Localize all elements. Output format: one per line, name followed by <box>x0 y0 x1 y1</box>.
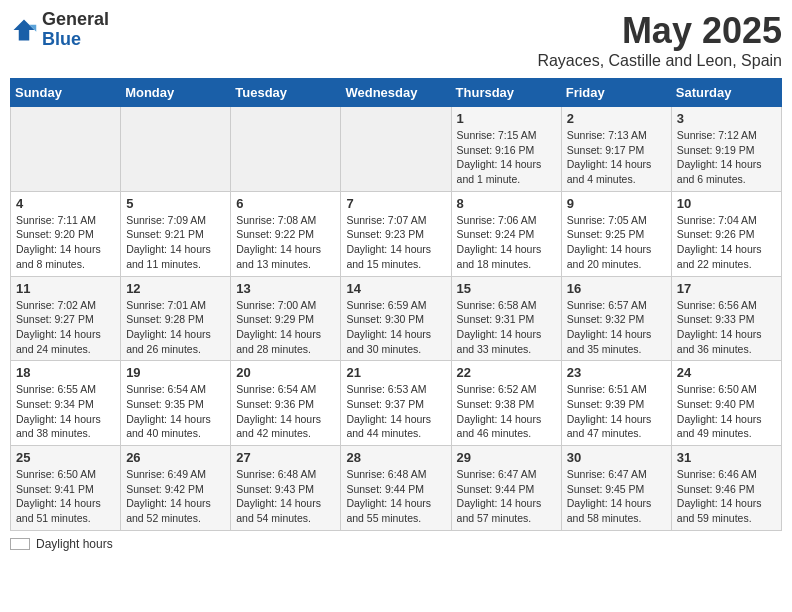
day-number: 26 <box>126 450 225 465</box>
calendar-day-header: Tuesday <box>231 79 341 107</box>
day-info: Sunrise: 7:13 AM Sunset: 9:17 PM Dayligh… <box>567 128 666 187</box>
legend-label: Daylight hours <box>36 537 113 551</box>
calendar-cell: 4Sunrise: 7:11 AM Sunset: 9:20 PM Daylig… <box>11 191 121 276</box>
calendar-week-row: 4Sunrise: 7:11 AM Sunset: 9:20 PM Daylig… <box>11 191 782 276</box>
day-number: 28 <box>346 450 445 465</box>
day-number: 7 <box>346 196 445 211</box>
day-info: Sunrise: 7:11 AM Sunset: 9:20 PM Dayligh… <box>16 213 115 272</box>
calendar-cell: 8Sunrise: 7:06 AM Sunset: 9:24 PM Daylig… <box>451 191 561 276</box>
calendar-week-row: 1Sunrise: 7:15 AM Sunset: 9:16 PM Daylig… <box>11 107 782 192</box>
calendar-cell: 31Sunrise: 6:46 AM Sunset: 9:46 PM Dayli… <box>671 446 781 531</box>
calendar-cell: 30Sunrise: 6:47 AM Sunset: 9:45 PM Dayli… <box>561 446 671 531</box>
day-info: Sunrise: 6:56 AM Sunset: 9:33 PM Dayligh… <box>677 298 776 357</box>
day-number: 31 <box>677 450 776 465</box>
day-number: 5 <box>126 196 225 211</box>
logo: General Blue <box>10 10 109 50</box>
calendar-day-header: Monday <box>121 79 231 107</box>
day-info: Sunrise: 6:51 AM Sunset: 9:39 PM Dayligh… <box>567 382 666 441</box>
calendar-cell: 26Sunrise: 6:49 AM Sunset: 9:42 PM Dayli… <box>121 446 231 531</box>
day-number: 16 <box>567 281 666 296</box>
calendar-day-header: Wednesday <box>341 79 451 107</box>
day-number: 9 <box>567 196 666 211</box>
day-info: Sunrise: 6:55 AM Sunset: 9:34 PM Dayligh… <box>16 382 115 441</box>
calendar-cell <box>231 107 341 192</box>
day-number: 18 <box>16 365 115 380</box>
day-info: Sunrise: 6:49 AM Sunset: 9:42 PM Dayligh… <box>126 467 225 526</box>
day-number: 29 <box>457 450 556 465</box>
day-number: 23 <box>567 365 666 380</box>
calendar-cell: 14Sunrise: 6:59 AM Sunset: 9:30 PM Dayli… <box>341 276 451 361</box>
calendar-cell: 7Sunrise: 7:07 AM Sunset: 9:23 PM Daylig… <box>341 191 451 276</box>
day-info: Sunrise: 7:01 AM Sunset: 9:28 PM Dayligh… <box>126 298 225 357</box>
day-number: 14 <box>346 281 445 296</box>
day-info: Sunrise: 7:15 AM Sunset: 9:16 PM Dayligh… <box>457 128 556 187</box>
day-info: Sunrise: 6:57 AM Sunset: 9:32 PM Dayligh… <box>567 298 666 357</box>
calendar-cell: 16Sunrise: 6:57 AM Sunset: 9:32 PM Dayli… <box>561 276 671 361</box>
day-info: Sunrise: 7:07 AM Sunset: 9:23 PM Dayligh… <box>346 213 445 272</box>
calendar-day-header: Saturday <box>671 79 781 107</box>
day-number: 11 <box>16 281 115 296</box>
legend-box <box>10 538 30 550</box>
day-number: 15 <box>457 281 556 296</box>
logo-icon <box>10 16 38 44</box>
day-info: Sunrise: 6:52 AM Sunset: 9:38 PM Dayligh… <box>457 382 556 441</box>
day-info: Sunrise: 7:05 AM Sunset: 9:25 PM Dayligh… <box>567 213 666 272</box>
calendar-cell: 15Sunrise: 6:58 AM Sunset: 9:31 PM Dayli… <box>451 276 561 361</box>
calendar-cell <box>121 107 231 192</box>
calendar-cell: 24Sunrise: 6:50 AM Sunset: 9:40 PM Dayli… <box>671 361 781 446</box>
day-number: 17 <box>677 281 776 296</box>
calendar-cell: 11Sunrise: 7:02 AM Sunset: 9:27 PM Dayli… <box>11 276 121 361</box>
day-number: 12 <box>126 281 225 296</box>
day-info: Sunrise: 6:48 AM Sunset: 9:43 PM Dayligh… <box>236 467 335 526</box>
calendar-cell: 19Sunrise: 6:54 AM Sunset: 9:35 PM Dayli… <box>121 361 231 446</box>
day-number: 6 <box>236 196 335 211</box>
day-info: Sunrise: 6:54 AM Sunset: 9:35 PM Dayligh… <box>126 382 225 441</box>
calendar-cell <box>11 107 121 192</box>
day-info: Sunrise: 6:59 AM Sunset: 9:30 PM Dayligh… <box>346 298 445 357</box>
day-info: Sunrise: 7:00 AM Sunset: 9:29 PM Dayligh… <box>236 298 335 357</box>
logo-text: General Blue <box>42 10 109 50</box>
calendar-day-header: Friday <box>561 79 671 107</box>
calendar-cell: 12Sunrise: 7:01 AM Sunset: 9:28 PM Dayli… <box>121 276 231 361</box>
page-header: General Blue May 2025 Rayaces, Castille … <box>10 10 782 70</box>
calendar-cell: 6Sunrise: 7:08 AM Sunset: 9:22 PM Daylig… <box>231 191 341 276</box>
day-info: Sunrise: 6:58 AM Sunset: 9:31 PM Dayligh… <box>457 298 556 357</box>
day-number: 4 <box>16 196 115 211</box>
day-number: 19 <box>126 365 225 380</box>
calendar-table: SundayMondayTuesdayWednesdayThursdayFrid… <box>10 78 782 531</box>
calendar-cell: 21Sunrise: 6:53 AM Sunset: 9:37 PM Dayli… <box>341 361 451 446</box>
day-info: Sunrise: 7:02 AM Sunset: 9:27 PM Dayligh… <box>16 298 115 357</box>
calendar-cell: 3Sunrise: 7:12 AM Sunset: 9:19 PM Daylig… <box>671 107 781 192</box>
day-info: Sunrise: 6:46 AM Sunset: 9:46 PM Dayligh… <box>677 467 776 526</box>
calendar-cell: 5Sunrise: 7:09 AM Sunset: 9:21 PM Daylig… <box>121 191 231 276</box>
calendar-cell: 27Sunrise: 6:48 AM Sunset: 9:43 PM Dayli… <box>231 446 341 531</box>
calendar-cell: 9Sunrise: 7:05 AM Sunset: 9:25 PM Daylig… <box>561 191 671 276</box>
month-title: May 2025 <box>537 10 782 52</box>
calendar-header-row: SundayMondayTuesdayWednesdayThursdayFrid… <box>11 79 782 107</box>
calendar-cell: 18Sunrise: 6:55 AM Sunset: 9:34 PM Dayli… <box>11 361 121 446</box>
calendar-cell: 20Sunrise: 6:54 AM Sunset: 9:36 PM Dayli… <box>231 361 341 446</box>
calendar-cell: 28Sunrise: 6:48 AM Sunset: 9:44 PM Dayli… <box>341 446 451 531</box>
day-info: Sunrise: 7:08 AM Sunset: 9:22 PM Dayligh… <box>236 213 335 272</box>
day-info: Sunrise: 6:50 AM Sunset: 9:40 PM Dayligh… <box>677 382 776 441</box>
day-info: Sunrise: 6:48 AM Sunset: 9:44 PM Dayligh… <box>346 467 445 526</box>
day-number: 30 <box>567 450 666 465</box>
location-title: Rayaces, Castille and Leon, Spain <box>537 52 782 70</box>
day-number: 27 <box>236 450 335 465</box>
day-number: 22 <box>457 365 556 380</box>
day-info: Sunrise: 7:06 AM Sunset: 9:24 PM Dayligh… <box>457 213 556 272</box>
logo-blue-text: Blue <box>42 30 109 50</box>
title-block: May 2025 Rayaces, Castille and Leon, Spa… <box>537 10 782 70</box>
day-info: Sunrise: 6:54 AM Sunset: 9:36 PM Dayligh… <box>236 382 335 441</box>
day-number: 24 <box>677 365 776 380</box>
day-info: Sunrise: 7:04 AM Sunset: 9:26 PM Dayligh… <box>677 213 776 272</box>
calendar-cell: 29Sunrise: 6:47 AM Sunset: 9:44 PM Dayli… <box>451 446 561 531</box>
day-info: Sunrise: 6:47 AM Sunset: 9:44 PM Dayligh… <box>457 467 556 526</box>
calendar-cell: 22Sunrise: 6:52 AM Sunset: 9:38 PM Dayli… <box>451 361 561 446</box>
day-number: 13 <box>236 281 335 296</box>
day-number: 10 <box>677 196 776 211</box>
calendar-week-row: 11Sunrise: 7:02 AM Sunset: 9:27 PM Dayli… <box>11 276 782 361</box>
calendar-day-header: Thursday <box>451 79 561 107</box>
day-number: 2 <box>567 111 666 126</box>
day-number: 1 <box>457 111 556 126</box>
